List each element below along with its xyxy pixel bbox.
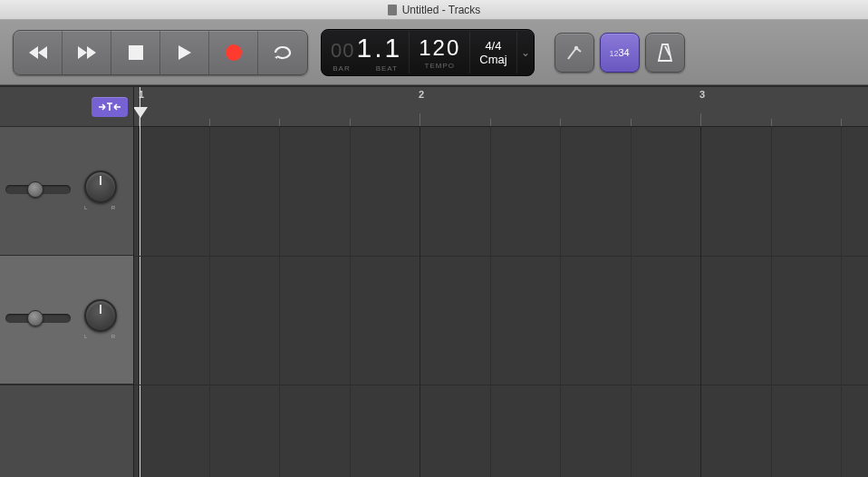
lcd-tempo-value: 120 — [419, 35, 460, 61]
toolbar: 00 1 . 1 BAR BEAT 120 TEMPO 4/4 Cmaj ⌄ — [0, 20, 868, 85]
ruler-header — [0, 87, 133, 127]
gridline — [841, 127, 842, 477]
transport-controls — [13, 30, 308, 75]
window-titlebar: Untitled - Tracks — [0, 0, 868, 20]
track-lane-2[interactable] — [134, 256, 868, 385]
chevron-down-icon: ⌄ — [521, 46, 530, 59]
metronome-button[interactable] — [645, 33, 685, 73]
play-button[interactable] — [160, 31, 209, 74]
ruler-tick — [771, 119, 772, 126]
track-headers-empty — [0, 385, 133, 477]
lane-divider — [134, 385, 868, 385]
lcd-beat-value: 1 — [385, 33, 400, 63]
ruler-tick — [490, 119, 491, 126]
catch-playhead-button[interactable] — [92, 97, 128, 117]
track-header-2[interactable]: LR — [0, 256, 133, 385]
lcd-bar-prefix: 00 — [331, 39, 354, 63]
gridline — [420, 127, 420, 477]
catch-icon — [98, 102, 121, 112]
ruler-tick — [700, 113, 701, 126]
ruler-tick — [560, 119, 561, 126]
gridline — [700, 127, 701, 477]
gridline — [631, 127, 632, 477]
gridline — [771, 127, 772, 477]
forward-button[interactable] — [63, 31, 111, 74]
volume-thumb[interactable] — [27, 181, 43, 198]
gridline — [350, 127, 351, 477]
window-title: Untitled - Tracks — [402, 4, 481, 16]
document-icon — [388, 5, 397, 15]
volume-thumb[interactable] — [27, 310, 43, 326]
pan-knob[interactable] — [84, 299, 117, 332]
lcd-timesig: 4/4 — [485, 39, 501, 53]
volume-slider[interactable] — [5, 314, 71, 323]
lcd-key: Cmaj — [479, 53, 506, 66]
volume-slider[interactable] — [5, 185, 71, 194]
track-headers: LR LR — [0, 87, 134, 477]
gridline — [490, 127, 491, 477]
lcd-bar-label: BAR — [333, 64, 350, 73]
ruler[interactable]: 1 2 3 — [134, 87, 868, 127]
svg-point-2 — [574, 46, 576, 48]
track-lane-1[interactable] — [134, 127, 868, 256]
ruler-tick — [631, 119, 632, 126]
svg-rect-0 — [129, 45, 143, 60]
record-button[interactable] — [209, 31, 258, 74]
rewind-button[interactable] — [14, 31, 63, 74]
workspace: LR LR 1 2 3 — [0, 85, 868, 477]
ruler-tick — [420, 113, 420, 126]
lcd-position[interactable]: 00 1 . 1 BAR BEAT — [322, 32, 410, 73]
svg-point-1 — [226, 44, 242, 61]
ruler-bar-2: 2 — [419, 89, 424, 100]
lcd-signature-key[interactable]: 4/4 Cmaj — [470, 32, 516, 73]
track-header-1[interactable]: LR — [0, 127, 133, 256]
pan-label: LR — [84, 334, 117, 339]
lcd-mode-menu[interactable]: ⌄ — [517, 32, 534, 73]
ruler-tick — [279, 119, 280, 126]
lcd-dot: . — [374, 33, 382, 63]
count-in-button[interactable]: 1234 — [600, 33, 640, 73]
extra-tools: 1234 — [555, 33, 685, 73]
tuner-button[interactable] — [555, 33, 594, 73]
lcd-display[interactable]: 00 1 . 1 BAR BEAT 120 TEMPO 4/4 Cmaj ⌄ — [321, 29, 535, 76]
ruler-tick — [350, 119, 351, 126]
gridline — [560, 127, 561, 477]
lcd-bar-value: 1 — [356, 33, 372, 63]
gridline — [139, 127, 140, 477]
ruler-tick — [209, 119, 210, 126]
arrange-grid[interactable] — [134, 127, 868, 477]
ruler-tick — [841, 119, 842, 126]
gridline — [279, 127, 280, 477]
pan-knob[interactable] — [84, 170, 117, 203]
count-in-icon: 1234 — [609, 47, 629, 58]
lcd-tempo-label: TEMPO — [425, 62, 455, 70]
stop-button[interactable] — [111, 31, 160, 74]
gridline — [209, 127, 210, 477]
pan-label: LR — [84, 205, 117, 210]
lcd-beat-label: BEAT — [376, 64, 398, 73]
cycle-button[interactable] — [258, 31, 307, 74]
timeline[interactable]: 1 2 3 — [134, 87, 868, 477]
lcd-tempo[interactable]: 120 TEMPO — [410, 32, 470, 73]
ruler-bar-3: 3 — [699, 89, 705, 100]
